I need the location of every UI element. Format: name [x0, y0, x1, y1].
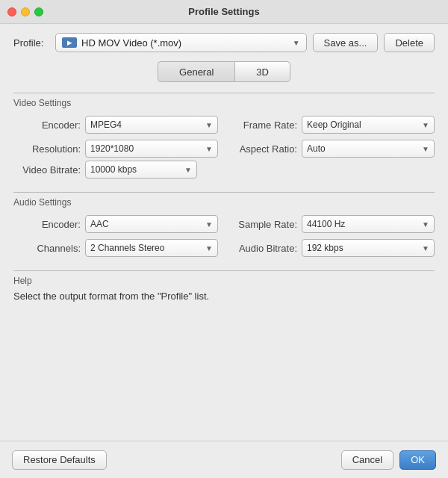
- audio-settings-section: Audio Settings Encoder: AAC ▼ Sample Rat…: [13, 192, 435, 257]
- encoder-label: Encoder:: [13, 120, 81, 131]
- sample-rate-value: 44100 Hz: [307, 219, 345, 229]
- audio-encoder-label: Encoder:: [13, 219, 81, 230]
- sample-rate-select[interactable]: 44100 Hz ▼: [302, 215, 435, 233]
- frame-rate-row: Frame Rate: Keep Original ▼: [230, 116, 435, 134]
- audio-encoder-row: Encoder: AAC ▼: [13, 215, 218, 233]
- encoder-row: Encoder: MPEG4 ▼: [13, 116, 218, 134]
- sample-rate-arrow: ▼: [422, 220, 429, 229]
- profile-select-value: HD MOV Video (*.mov): [81, 37, 181, 49]
- cancel-button[interactable]: Cancel: [341, 450, 393, 470]
- sample-rate-row: Sample Rate: 44100 Hz ▼: [230, 215, 435, 233]
- aspect-ratio-label: Aspect Ratio:: [230, 143, 297, 155]
- audio-encoder-arrow: ▼: [205, 220, 213, 229]
- video-settings-grid: Encoder: MPEG4 ▼ Frame Rate: Keep Origin…: [13, 116, 435, 158]
- audio-bitrate-select[interactable]: 192 kbps ▼: [302, 239, 435, 257]
- help-section: Help Select the output format from the "…: [13, 270, 435, 302]
- bottom-bar: Restore Defaults Cancel OK: [0, 441, 448, 478]
- encoder-arrow: ▼: [205, 121, 213, 129]
- audio-bitrate-arrow: ▼: [422, 244, 429, 252]
- aspect-ratio-value: Auto: [307, 143, 326, 154]
- resolution-select[interactable]: 1920*1080 ▼: [85, 140, 218, 158]
- delete-button[interactable]: Delete: [384, 33, 435, 52]
- tab-3d[interactable]: 3D: [234, 61, 290, 82]
- ok-button[interactable]: OK: [399, 450, 436, 470]
- window-title: Profile Settings: [188, 6, 259, 17]
- encoder-select[interactable]: MPEG4 ▼: [85, 116, 218, 134]
- resolution-row: Resolution: 1920*1080 ▼: [13, 140, 218, 158]
- frame-rate-value: Keep Original: [307, 120, 361, 130]
- channels-arrow: ▼: [205, 244, 213, 252]
- audio-bitrate-value: 192 kbps: [307, 243, 343, 253]
- resolution-label: Resolution:: [13, 143, 81, 155]
- encoder-value: MPEG4: [90, 120, 122, 130]
- channels-value: 2 Channels Stereo: [90, 243, 164, 253]
- save-as-button[interactable]: Save as...: [313, 33, 379, 52]
- frame-rate-select[interactable]: Keep Original ▼: [302, 116, 435, 134]
- resolution-value: 1920*1080: [90, 143, 134, 154]
- sample-rate-label: Sample Rate:: [230, 219, 297, 230]
- tab-bar: General 3D: [13, 61, 435, 82]
- video-settings-title: Video Settings: [13, 98, 435, 108]
- restore-defaults-button[interactable]: Restore Defaults: [12, 450, 107, 470]
- profile-format-icon: ▶: [62, 37, 77, 48]
- channels-row: Channels: 2 Channels Stereo ▼: [13, 239, 218, 257]
- profile-row: Profile: ▶ HD MOV Video (*.mov) ▼ Save a…: [13, 33, 435, 52]
- audio-settings-grid: Encoder: AAC ▼ Sample Rate: 44100 Hz ▼ C…: [13, 215, 435, 257]
- maximize-button[interactable]: [34, 7, 43, 16]
- audio-encoder-value: AAC: [90, 219, 109, 229]
- profile-label: Profile:: [13, 37, 49, 49]
- profile-dropdown-arrow: ▼: [293, 39, 300, 47]
- aspect-ratio-arrow: ▼: [422, 145, 429, 153]
- minimize-button[interactable]: [21, 7, 30, 16]
- help-title: Help: [13, 276, 435, 286]
- channels-label: Channels:: [13, 243, 81, 254]
- traffic-lights: [7, 7, 43, 16]
- close-button[interactable]: [7, 7, 16, 16]
- profile-select[interactable]: ▶ HD MOV Video (*.mov) ▼: [55, 33, 307, 52]
- video-bitrate-value: 10000 kbps: [90, 164, 137, 175]
- video-bitrate-row: Video Bitrate: 10000 kbps ▼: [13, 161, 435, 179]
- audio-bitrate-label: Audio Bitrate:: [230, 243, 297, 254]
- help-text: Select the output format from the "Profi…: [13, 291, 435, 302]
- channels-select[interactable]: 2 Channels Stereo ▼: [85, 239, 218, 257]
- audio-encoder-select[interactable]: AAC ▼: [85, 215, 218, 233]
- main-content: Profile: ▶ HD MOV Video (*.mov) ▼ Save a…: [0, 24, 448, 318]
- video-settings-section: Video Settings Encoder: MPEG4 ▼ Frame Ra…: [13, 93, 435, 179]
- aspect-ratio-row: Aspect Ratio: Auto ▼: [230, 140, 435, 158]
- video-bitrate-select[interactable]: 10000 kbps ▼: [85, 161, 197, 179]
- frame-rate-arrow: ▼: [422, 121, 429, 129]
- tab-general[interactable]: General: [158, 61, 234, 82]
- profile-select-inner: ▶ HD MOV Video (*.mov): [62, 37, 181, 49]
- title-bar: Profile Settings: [0, 0, 448, 24]
- bottom-right-buttons: Cancel OK: [341, 450, 436, 470]
- video-bitrate-label: Video Bitrate:: [13, 164, 81, 176]
- audio-settings-title: Audio Settings: [13, 197, 435, 208]
- resolution-arrow: ▼: [205, 145, 213, 153]
- audio-bitrate-row: Audio Bitrate: 192 kbps ▼: [230, 239, 435, 257]
- frame-rate-label: Frame Rate:: [230, 120, 297, 131]
- aspect-ratio-select[interactable]: Auto ▼: [302, 140, 435, 158]
- video-bitrate-arrow: ▼: [184, 166, 192, 174]
